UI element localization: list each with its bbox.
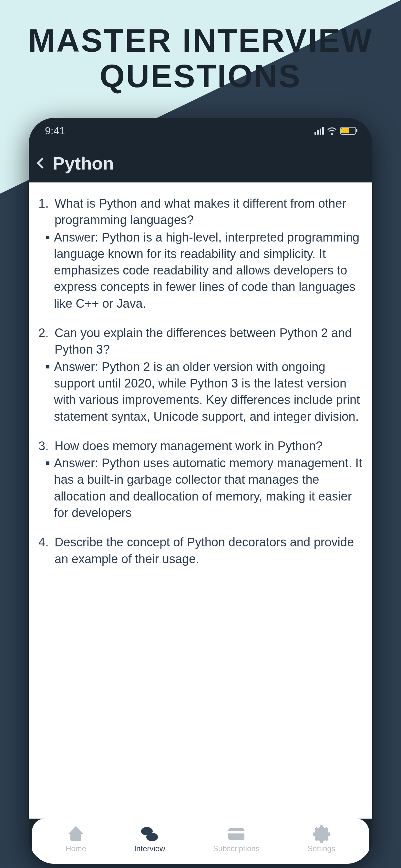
nav-label-subscriptions: Subscriptions [213, 844, 259, 853]
headline-line-1: MASTER INTERVIEW [0, 23, 401, 58]
qa-item: 3. How does memory management work in Py… [38, 438, 363, 521]
question-text: Can you explain the differences between … [55, 325, 363, 358]
chat-bubbles-icon [141, 826, 158, 842]
answer-text: Answer: Python 2 is an older version wit… [54, 359, 363, 425]
promo-headline: MASTER INTERVIEW QUESTIONS [0, 23, 401, 94]
page-title: Python [53, 153, 114, 174]
answer-row: Answer: Python 2 is an older version wit… [38, 359, 363, 425]
nav-home[interactable]: Home [66, 826, 86, 853]
question-text: How does memory management work in Pytho… [55, 438, 322, 454]
nav-label-home: Home [66, 844, 86, 853]
answer-text: Answer: Python is a high-level, interpre… [54, 229, 363, 312]
nav-subscriptions[interactable]: Subscriptions [213, 826, 259, 853]
phone-screen: 9:41 Python [29, 118, 372, 864]
qa-item: 1. What is Python and what makes it diff… [38, 195, 363, 312]
question-number: 4. [38, 534, 52, 567]
headline-line-2: QUESTIONS [0, 58, 401, 94]
status-icons [314, 127, 356, 135]
answer-row: Answer: Python uses automatic memory man… [38, 455, 363, 521]
cellular-signal-icon [314, 127, 324, 135]
qa-item: 2. Can you explain the differences betwe… [38, 325, 363, 425]
bullet-icon [46, 365, 50, 368]
nav-label-settings: Settings [307, 844, 335, 853]
gear-icon [313, 826, 330, 842]
question-number: 3. [38, 438, 52, 454]
question-text: What is Python and what makes it differe… [55, 195, 363, 228]
question-row: 3. How does memory management work in Py… [38, 438, 363, 454]
nav-interview[interactable]: Interview [134, 826, 165, 853]
phone-frame: 9:41 Python [29, 118, 372, 864]
battery-icon [340, 127, 356, 135]
wifi-icon [327, 127, 337, 135]
credit-card-icon [228, 826, 245, 842]
content-scroll-area[interactable]: 1. What is Python and what makes it diff… [29, 182, 372, 818]
svg-point-0 [331, 133, 333, 134]
answer-row: Answer: Python is a high-level, interpre… [38, 229, 363, 312]
bullet-icon [46, 461, 50, 465]
question-row: 1. What is Python and what makes it diff… [38, 195, 363, 228]
question-number: 1. [38, 195, 52, 228]
bullet-icon [46, 236, 50, 239]
status-time: 9:41 [45, 125, 65, 137]
question-row: 2. Can you explain the differences betwe… [38, 325, 363, 358]
question-text: Describe the concept of Python decorator… [55, 534, 363, 567]
back-button[interactable] [37, 158, 48, 168]
status-bar: 9:41 [29, 118, 372, 144]
answer-text: Answer: Python uses automatic memory man… [54, 455, 363, 521]
bottom-nav: Home Interview Subscriptions Settings [32, 818, 369, 864]
app-header: Python [29, 144, 372, 182]
home-icon [67, 826, 84, 842]
question-number: 2. [38, 325, 52, 358]
nav-label-interview: Interview [134, 844, 165, 853]
qa-item: 4. Describe the concept of Python decora… [38, 534, 363, 567]
battery-level [341, 128, 349, 133]
nav-settings[interactable]: Settings [307, 826, 335, 853]
question-row: 4. Describe the concept of Python decora… [38, 534, 363, 567]
